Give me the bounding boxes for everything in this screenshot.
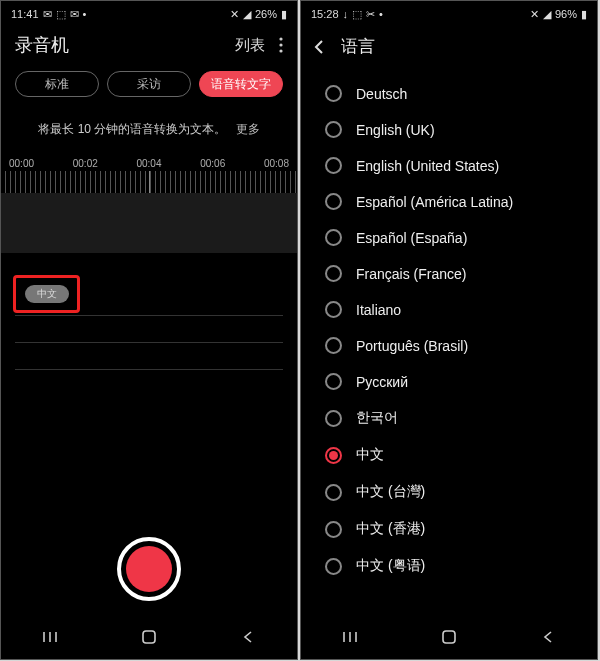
hint-text: 将最长 10 分钟的语音转换为文本。 更多 (1, 107, 297, 158)
language-option[interactable]: English (United States) (301, 148, 597, 184)
mode-tabs: 标准 采访 语音转文字 (1, 67, 297, 107)
record-button[interactable] (117, 537, 181, 601)
language-settings-screen: 15:28 ↓ ⬚ ✂ • ✕ ◢ 96% ▮ 语言 DeutschEnglis… (300, 0, 598, 660)
language-label: Português (Brasil) (356, 338, 468, 354)
language-label: Español (América Latina) (356, 194, 513, 210)
radio-icon (325, 521, 342, 538)
recents-button[interactable] (30, 627, 70, 647)
language-chip-area: 中文 (1, 253, 297, 307)
radio-icon (325, 301, 342, 318)
status-icon: ✉ (43, 8, 52, 21)
language-label: English (United States) (356, 158, 499, 174)
transcript-line (15, 369, 283, 370)
battery-text: 96% (555, 8, 577, 20)
record-button-inner (126, 546, 172, 592)
settings-header: 语言 (301, 27, 597, 72)
language-option[interactable]: 中文 (301, 437, 597, 474)
language-option[interactable]: Русский (301, 364, 597, 400)
status-icon: • (379, 8, 383, 20)
battery-text: 26% (255, 8, 277, 20)
hint-body: 将最长 10 分钟的语音转换为文本。 (38, 122, 226, 136)
time-ruler[interactable] (1, 171, 297, 193)
battery-icon: ▮ (581, 8, 587, 21)
status-icon: ↓ (343, 8, 349, 20)
language-option[interactable]: Português (Brasil) (301, 328, 597, 364)
more-menu-icon[interactable] (279, 37, 283, 53)
home-button[interactable] (429, 627, 469, 647)
svg-rect-6 (143, 631, 155, 643)
status-icon: ✉ (70, 8, 79, 21)
language-label: 中文 (356, 446, 384, 464)
radio-icon (325, 337, 342, 354)
app-title: 录音机 (15, 33, 69, 57)
language-option[interactable]: 中文 (台灣) (301, 474, 597, 511)
signal-icon: ◢ (543, 8, 551, 21)
tab-interview[interactable]: 采访 (107, 71, 191, 97)
language-label: English (UK) (356, 122, 435, 138)
radio-icon (325, 410, 342, 427)
hint-more-link[interactable]: 更多 (236, 122, 260, 136)
language-option[interactable]: Deutsch (301, 76, 597, 112)
back-button[interactable] (528, 627, 568, 647)
radio-icon (325, 121, 342, 138)
language-label: 한국어 (356, 409, 398, 427)
language-label: 中文 (台灣) (356, 483, 425, 501)
language-option[interactable]: Italiano (301, 292, 597, 328)
language-label: 中文 (香港) (356, 520, 425, 538)
language-label: Deutsch (356, 86, 407, 102)
tab-standard[interactable]: 标准 (15, 71, 99, 97)
language-label: Français (France) (356, 266, 466, 282)
radio-icon (325, 157, 342, 174)
radio-icon (325, 85, 342, 102)
language-option[interactable]: Español (América Latina) (301, 184, 597, 220)
transcript-line (15, 342, 283, 343)
home-button[interactable] (129, 627, 169, 647)
recorder-screen: 11:41 ✉ ⬚ ✉ • ✕ ◢ 26% ▮ 录音机 列表 标准 采访 语音转… (0, 0, 298, 660)
status-icon: ⬚ (56, 8, 66, 21)
signal-icon: ✕ (530, 8, 539, 21)
svg-rect-10 (443, 631, 455, 643)
app-header: 录音机 列表 (1, 27, 297, 67)
language-option[interactable]: 中文 (粤语) (301, 548, 597, 585)
status-icon: • (83, 8, 87, 20)
radio-icon (325, 447, 342, 464)
radio-icon (325, 229, 342, 246)
language-list[interactable]: DeutschEnglish (UK)English (United State… (301, 72, 597, 585)
language-label: Español (España) (356, 230, 467, 246)
signal-icon: ✕ (230, 8, 239, 21)
language-chip[interactable]: 中文 (25, 285, 69, 303)
radio-icon (325, 373, 342, 390)
battery-icon: ▮ (281, 8, 287, 21)
radio-icon (325, 558, 342, 575)
radio-icon (325, 484, 342, 501)
svg-point-2 (279, 49, 282, 52)
list-button[interactable]: 列表 (235, 36, 265, 55)
status-icon: ⬚ (352, 8, 362, 21)
language-option[interactable]: 中文 (香港) (301, 511, 597, 548)
radio-icon (325, 193, 342, 210)
waveform-area (1, 193, 297, 253)
language-option[interactable]: Español (España) (301, 220, 597, 256)
settings-title: 语言 (341, 35, 375, 58)
status-time: 11:41 (11, 8, 39, 20)
status-time: 15:28 (311, 8, 339, 20)
tab-speech-to-text[interactable]: 语音转文字 (199, 71, 283, 97)
transcript-lines (1, 307, 297, 370)
status-bar: 11:41 ✉ ⬚ ✉ • ✕ ◢ 26% ▮ (1, 1, 297, 27)
transcript-line (15, 315, 283, 316)
svg-point-1 (279, 43, 282, 46)
language-option[interactable]: Français (France) (301, 256, 597, 292)
status-bar: 15:28 ↓ ⬚ ✂ • ✕ ◢ 96% ▮ (301, 1, 597, 27)
back-button[interactable] (228, 627, 268, 647)
language-label: Русский (356, 374, 408, 390)
radio-icon (325, 265, 342, 282)
recents-button[interactable] (330, 627, 370, 647)
language-label: Italiano (356, 302, 401, 318)
signal-icon: ◢ (243, 8, 251, 21)
time-ruler-labels: 00:00 00:02 00:04 00:06 00:08 (1, 158, 297, 169)
language-option[interactable]: 한국어 (301, 400, 597, 437)
nav-bar (301, 615, 597, 659)
back-arrow-icon[interactable] (309, 37, 329, 57)
language-chip-highlight: 中文 (19, 281, 74, 307)
language-option[interactable]: English (UK) (301, 112, 597, 148)
